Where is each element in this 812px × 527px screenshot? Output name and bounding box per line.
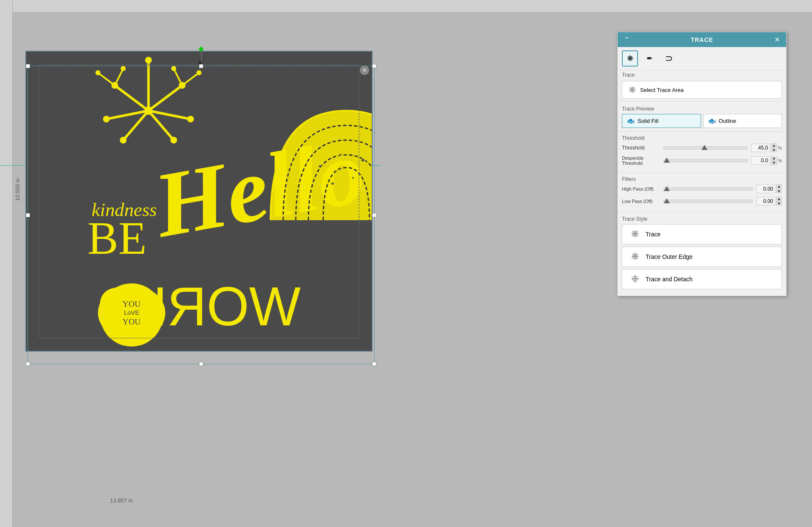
design-mat: Hello WORLD <box>25 51 373 352</box>
solid-fill-label: Solid Fill <box>638 118 658 124</box>
svg-line-3 <box>149 86 182 111</box>
low-pass-value-box: ▲ ▼ <box>756 197 782 205</box>
high-pass-up-button[interactable]: ▲ <box>776 184 782 189</box>
threshold-value-input[interactable] <box>751 144 770 152</box>
svg-point-24 <box>144 106 153 115</box>
svg-point-13 <box>120 137 127 144</box>
filters-section: Filters High Pass (Off) ▲ ▼ Low Pass (Of… <box>618 174 786 211</box>
handle-bottom-right[interactable] <box>372 362 376 366</box>
low-pass-up-button[interactable]: ▲ <box>776 197 782 201</box>
despeckle-value-box: ▲ ▼ % <box>751 156 782 165</box>
eyedropper-tool-button[interactable]: ✒ <box>641 50 657 67</box>
handle-mid-right[interactable] <box>372 213 376 217</box>
trace-button-label: Trace <box>646 231 660 238</box>
select-trace-icon: ❋ <box>627 54 633 63</box>
low-pass-slider[interactable] <box>663 200 753 203</box>
outline-label: Outline <box>719 118 736 124</box>
low-pass-down-button[interactable]: ▼ <box>776 201 782 205</box>
magnet-tool-button[interactable]: ⊃ <box>661 50 677 67</box>
magnet-icon: ⊃ <box>665 53 673 64</box>
despeckle-slider[interactable] <box>663 159 748 162</box>
svg-line-2 <box>115 86 149 111</box>
trace-preview-section: Trace Preview 🐟 Solid Fill 🐟 Outline <box>618 103 786 130</box>
high-pass-thumb[interactable] <box>664 186 670 191</box>
high-pass-label: High Pass (Off) <box>622 186 660 191</box>
dimension-height-label: 10.550 in <box>14 178 21 201</box>
threshold-section: Threshold Threshold ▲ ▼ % Despeck <box>618 133 786 171</box>
panel-collapse-button[interactable]: ⌃ <box>622 36 632 44</box>
high-pass-spinners: ▲ ▼ <box>776 184 782 193</box>
despeckle-spinners: ▲ ▼ <box>771 156 777 165</box>
divider-4 <box>618 212 786 213</box>
outline-button[interactable]: 🐟 Outline <box>703 114 782 128</box>
handle-top-right[interactable] <box>372 64 376 68</box>
high-pass-down-button[interactable]: ▼ <box>776 189 782 193</box>
trace-panel: ⌃ TRACE ✕ ❋ ✒ ⊃ Trace ❋ Select Trace Are… <box>617 32 787 296</box>
filters-label: Filters <box>622 176 782 182</box>
select-trace-area-label: Select Trace Area <box>640 87 684 93</box>
divider-1 <box>618 101 786 101</box>
svg-point-18 <box>95 70 100 75</box>
select-trace-tool-button[interactable]: ❋ <box>622 50 638 67</box>
svg-line-16 <box>98 73 115 86</box>
trace-button-icon: ❋ <box>629 229 641 240</box>
svg-line-20 <box>182 73 199 86</box>
canvas-area: Hello WORLD <box>0 0 812 527</box>
threshold-down-button[interactable]: ▼ <box>771 148 777 152</box>
svg-text:YOU: YOU <box>122 299 141 308</box>
despeckle-up-button[interactable]: ▲ <box>771 156 777 161</box>
svg-point-14 <box>170 137 177 144</box>
trace-outer-edge-label: Trace Outer Edge <box>646 253 693 260</box>
despeckle-down-button[interactable]: ▼ <box>771 161 777 165</box>
despeckle-label: DespeckleThreshold <box>622 155 660 166</box>
svg-point-19 <box>121 66 126 71</box>
low-pass-thumb[interactable] <box>664 198 670 203</box>
svg-point-23 <box>171 66 176 71</box>
trace-style-section: Trace Style ❋ Trace ❋ Trace Outer Edge ❉… <box>618 214 786 296</box>
mat-close-button[interactable]: ✕ <box>360 66 369 75</box>
divider-2 <box>618 131 786 132</box>
handle-bottom-left[interactable] <box>26 362 30 366</box>
svg-point-15 <box>145 57 152 64</box>
threshold-up-button[interactable]: ▲ <box>771 143 777 147</box>
threshold-thumb[interactable] <box>702 145 707 150</box>
svg-text:YOU: YOU <box>122 317 141 326</box>
despeckle-value-input[interactable] <box>751 156 770 165</box>
tool-icons-row: ❋ ✒ ⊃ <box>618 47 786 70</box>
despeckle-unit: % <box>778 158 782 163</box>
trace-preview-label: Trace Preview <box>622 106 782 112</box>
svg-text:✦: ✦ <box>317 162 324 171</box>
svg-point-12 <box>187 116 194 122</box>
threshold-spinners: ▲ ▼ <box>771 143 777 152</box>
svg-text:✦: ✦ <box>359 155 367 166</box>
trace-and-detach-label: Trace and Detach <box>646 276 693 283</box>
trace-style-label: Trace Style <box>622 216 782 222</box>
threshold-label: Threshold <box>622 145 660 151</box>
select-area-icon: ❋ <box>629 85 636 95</box>
despeckle-thumb[interactable] <box>664 158 670 163</box>
trace-button[interactable]: ❋ Trace <box>622 224 782 244</box>
low-pass-value-input[interactable] <box>756 197 775 205</box>
threshold-unit: % <box>778 145 782 150</box>
high-pass-value-box: ▲ ▼ <box>756 184 782 193</box>
svg-point-22 <box>196 70 202 75</box>
trace-and-detach-button[interactable]: ❉ Trace and Detach <box>622 269 782 289</box>
preview-buttons: 🐟 Solid Fill 🐟 Outline <box>622 114 782 128</box>
eyedropper-icon: ✒ <box>646 54 653 63</box>
svg-point-11 <box>103 116 110 122</box>
solid-fill-button[interactable]: 🐟 Solid Fill <box>622 114 701 128</box>
ruler-top <box>0 0 812 13</box>
svg-text:✦: ✦ <box>351 175 356 181</box>
high-pass-row: High Pass (Off) ▲ ▼ <box>622 184 782 193</box>
high-pass-slider[interactable] <box>663 187 753 191</box>
handle-bottom-mid[interactable] <box>199 362 203 366</box>
panel-close-button[interactable]: ✕ <box>772 36 782 44</box>
trace-outer-edge-button[interactable]: ❋ Trace Outer Edge <box>622 247 782 267</box>
svg-text:✦: ✦ <box>338 151 343 158</box>
select-trace-area-button[interactable]: ❋ Select Trace Area <box>622 81 782 99</box>
threshold-section-label: Threshold <box>622 135 782 141</box>
svg-text:✦: ✦ <box>329 180 336 188</box>
threshold-slider[interactable] <box>663 146 748 150</box>
panel-header-left: ⌃ <box>622 36 632 44</box>
high-pass-value-input[interactable] <box>756 185 775 193</box>
